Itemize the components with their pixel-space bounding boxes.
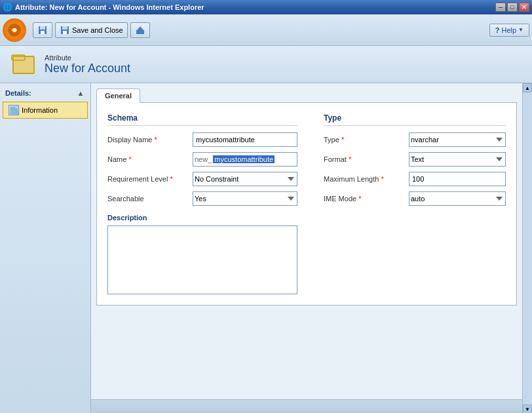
requirement-level-label: Requirement Level * [107,175,193,183]
name-row: Name * new_mycustomattribute [107,152,297,167]
status-bar [91,399,522,413]
format-label: Format * [324,155,409,163]
sidebar: Details: ▲ Information [0,83,91,413]
entity-icon [10,51,37,77]
save-icon-btn[interactable] [33,22,52,38]
name-value: mycustomattribute [213,155,275,163]
scroll-down-button[interactable]: ▼ [523,404,532,413]
name-label: Name * [107,155,193,163]
svg-rect-6 [62,26,67,30]
save-close-button[interactable]: Save and Close [55,22,128,38]
requirement-level-row: Requirement Level * No Constraint Busine… [107,172,297,186]
svg-rect-3 [40,26,45,30]
sidebar-header-label: Details: [5,89,31,97]
svg-rect-7 [63,31,67,34]
information-icon [9,105,19,115]
type-select[interactable]: nvarchar int decimal [409,132,506,147]
searchable-select[interactable]: Yes No [193,191,297,206]
minimize-button[interactable]: ─ [495,3,506,12]
app-logo [3,18,26,42]
schema-title: Schema [107,113,297,126]
restore-button[interactable]: □ [507,3,518,12]
display-name-required: * [155,136,157,144]
display-name-label: Display Name * [107,136,193,144]
name-input-wrapper[interactable]: new_mycustomattribute [193,152,297,167]
svg-rect-4 [41,31,45,34]
publish-button[interactable] [130,22,150,38]
tab-general[interactable]: General [96,88,140,103]
form-columns: Schema Display Name * Name * [107,113,506,294]
right-scrollbar[interactable]: ▲ ▼ [522,83,532,413]
searchable-label: Searchable [107,195,193,203]
type-label: Type * [324,136,409,144]
page-title-group: Attribute New for Account [45,54,130,75]
information-label: Information [22,106,58,114]
max-length-required: * [381,175,383,183]
display-name-input[interactable] [193,132,297,147]
name-required: * [128,155,131,163]
sidebar-item-information[interactable]: Information [3,102,88,119]
req-level-required: * [170,175,172,183]
svg-rect-11 [12,55,25,60]
type-row: Type * nvarchar int decimal [324,132,506,147]
window-controls: ─ □ ✕ [495,3,529,12]
description-section: Description [107,214,297,294]
format-row: Format * Text Email Phone URL [324,152,506,167]
max-length-row: Maximum Length * [324,172,506,186]
svg-rect-14 [10,107,15,109]
toolbar: Save and Close ? Help ▼ [0,14,532,46]
type-title: Type [324,113,506,126]
format-select[interactable]: Text Email Phone URL [409,152,506,167]
entity-type-label: Attribute [45,54,130,62]
page-header: Attribute New for Account [0,46,532,83]
tab-bar: General [96,88,517,103]
form-area: Schema Display Name * Name * [96,102,517,305]
type-required: * [341,136,344,144]
type-section: Type Type * nvarchar int decimal [324,113,506,294]
format-required: * [349,155,351,163]
ime-required: * [358,195,361,203]
description-textarea[interactable] [107,226,297,294]
max-length-label: Maximum Length * [324,175,409,183]
ime-mode-row: IME Mode * auto active inactive disabled [324,191,506,206]
page-title: New for Account [45,62,130,75]
content-area: General Schema Display Name * [91,83,522,399]
svg-point-1 [12,28,16,32]
window-icon: 🌐 [3,3,12,12]
display-name-row: Display Name * [107,132,297,147]
schema-section: Schema Display Name * Name * [107,113,297,294]
svg-rect-8 [136,30,144,34]
svg-marker-9 [137,26,143,30]
close-button[interactable]: ✕ [519,3,529,12]
name-prefix: new_ [193,155,213,163]
sidebar-header: Details: ▲ [0,86,90,100]
description-label: Description [107,214,297,222]
scroll-up-button[interactable]: ▲ [523,83,532,92]
window-title: Attribute: New for Account - Windows Int… [15,3,495,11]
sidebar-collapse-button[interactable]: ▲ [76,88,85,98]
ime-mode-select[interactable]: auto active inactive disabled [409,191,506,206]
searchable-row: Searchable Yes No [107,191,297,206]
requirement-level-select[interactable]: No Constraint Business Recommended Busin… [193,172,297,186]
help-button[interactable]: ? Help ▼ [489,24,529,37]
title-bar: 🌐 Attribute: New for Account - Windows I… [0,0,532,14]
max-length-input[interactable] [409,172,506,186]
ime-mode-label: IME Mode * [324,195,409,203]
